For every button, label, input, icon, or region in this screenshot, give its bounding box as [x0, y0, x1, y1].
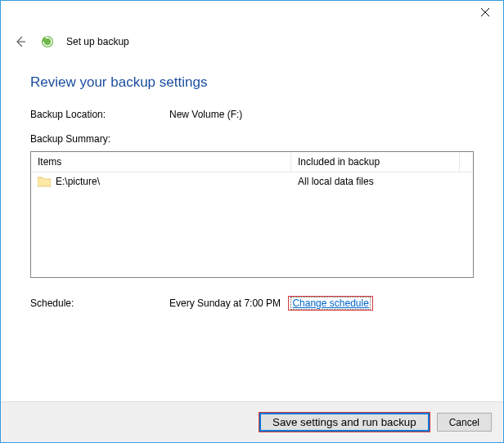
folder-icon [38, 176, 51, 187]
cell-item-text: E:\picture\ [56, 176, 100, 187]
backup-summary-label: Backup Summary: [30, 133, 474, 145]
column-items[interactable]: Items [31, 152, 291, 172]
save-run-button-highlight: Save settings and run backup [259, 412, 430, 432]
table-header: Items Included in backup [31, 152, 473, 172]
schedule-label: Schedule: [30, 298, 169, 309]
summary-table: Items Included in backup E:\picture\ [30, 151, 474, 278]
back-arrow-icon [14, 35, 27, 48]
titlebar [1, 1, 503, 25]
footer: Save settings and run backup Cancel [1, 401, 503, 442]
change-schedule-highlight: Change schedule [288, 296, 372, 311]
cell-included: All local data files [298, 176, 466, 187]
heading: Review your backup settings [30, 74, 474, 91]
cell-item: E:\picture\ [38, 176, 298, 187]
backup-location-row: Backup Location: New Volume (F:) [30, 109, 474, 120]
content-area: Review your backup settings Backup Locat… [1, 50, 503, 401]
table-body: E:\picture\ All local data files [31, 172, 473, 190]
page-title: Set up backup [66, 36, 129, 47]
save-run-label: Save settings and run backup [272, 416, 416, 428]
column-spacer [460, 152, 473, 172]
backup-location-value: New Volume (F:) [169, 109, 242, 120]
backup-location-label: Backup Location: [30, 109, 169, 120]
close-button[interactable] [466, 1, 503, 24]
schedule-text: Every Sunday at 7:00 PM [169, 298, 281, 309]
back-button[interactable] [12, 34, 29, 50]
cancel-label: Cancel [449, 417, 479, 428]
save-run-button[interactable]: Save settings and run backup [259, 413, 430, 432]
table-row[interactable]: E:\picture\ All local data files [31, 172, 473, 190]
change-schedule-link[interactable]: Change schedule [290, 297, 370, 310]
column-included[interactable]: Included in backup [291, 152, 460, 172]
backup-icon [40, 34, 55, 49]
schedule-row: Schedule: Every Sunday at 7:00 PM Change… [30, 296, 474, 311]
schedule-value: Every Sunday at 7:00 PM Change schedule [169, 296, 373, 311]
cancel-button[interactable]: Cancel [437, 413, 492, 432]
backup-wizard-window: Set up backup Review your backup setting… [0, 0, 504, 443]
close-icon [481, 8, 489, 16]
nav-row: Set up backup [1, 25, 503, 50]
